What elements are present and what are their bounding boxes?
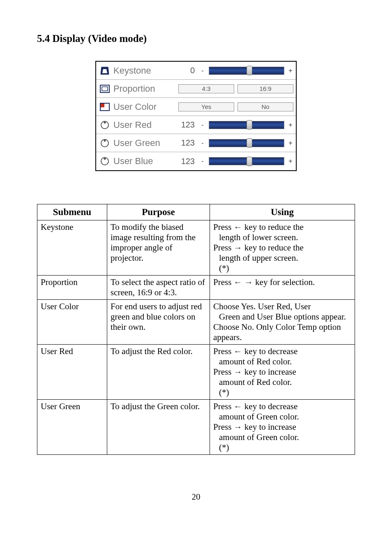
usergreen-icon — [99, 138, 110, 148]
userblue-value: 123 — [174, 157, 196, 166]
description-table: Submenu Purpose Using Keystone To modify… — [37, 204, 355, 455]
plus-icon: + — [288, 67, 293, 74]
osd-row-usercolor: User Color Yes No — [96, 98, 296, 116]
osd-row-keystone: Keystone 0 - + — [96, 62, 296, 80]
cell-submenu: User Red — [37, 345, 107, 400]
proportion-icon — [99, 83, 110, 94]
svg-marker-1 — [102, 69, 107, 73]
minus-icon: - — [200, 158, 205, 164]
cell-using: Press ← → key for selection. — [210, 276, 355, 300]
osd-row-usergreen: User Green 123 - + — [96, 134, 296, 152]
svg-point-9 — [104, 139, 106, 141]
cell-using: Press ← key to decrease amount of Green … — [210, 400, 355, 455]
userred-slider[interactable] — [209, 121, 284, 129]
table-row: User Color For end users to adjust red g… — [37, 300, 355, 345]
usergreen-slider[interactable] — [209, 139, 284, 147]
cell-purpose: To modify the biased image resulting fro… — [107, 220, 210, 276]
svg-point-7 — [104, 121, 106, 123]
plus-icon: + — [288, 158, 293, 164]
minus-icon: - — [200, 67, 205, 74]
cell-using: Press ← key to decrease amount of Red co… — [210, 345, 355, 400]
proportion-4-3-button[interactable]: 4:3 — [178, 84, 234, 93]
userblue-label: User Blue — [113, 156, 171, 167]
keystone-icon — [99, 65, 110, 76]
cell-submenu: User Color — [37, 300, 107, 345]
page-number: 20 — [37, 492, 355, 502]
svg-rect-3 — [102, 87, 108, 91]
cell-using: Choose Yes. User Red, User Green and Use… — [210, 300, 355, 345]
table-row: User Green To adjust the Green color. Pr… — [37, 400, 355, 455]
svg-point-11 — [104, 158, 106, 160]
cell-submenu: User Green — [37, 400, 107, 455]
usercolor-yes-button[interactable]: Yes — [178, 102, 234, 111]
usercolor-label: User Color — [113, 102, 171, 112]
minus-icon: - — [200, 140, 205, 146]
section-heading: 5.4 Display (Video mode) — [37, 33, 355, 44]
osd-panel: Keystone 0 - + Proportion 4:3 16:9 User … — [95, 61, 297, 171]
cell-purpose: To adjust the Red color. — [107, 345, 210, 400]
userred-value: 123 — [174, 120, 196, 130]
cell-submenu: Proportion — [37, 276, 107, 300]
cell-purpose: For end users to adjust red green and bl… — [107, 300, 210, 345]
osd-row-proportion: Proportion 4:3 16:9 — [96, 80, 296, 98]
usercolor-icon — [99, 102, 110, 112]
th-using: Using — [210, 204, 355, 220]
userblue-slider[interactable] — [209, 157, 284, 165]
proportion-16-9-button[interactable]: 16:9 — [238, 84, 293, 93]
userred-label: User Red — [113, 120, 171, 130]
usercolor-no-button[interactable]: No — [238, 102, 293, 111]
osd-row-userred: User Red 123 - + — [96, 116, 296, 134]
plus-icon: + — [288, 122, 293, 128]
plus-icon: + — [288, 140, 293, 146]
keystone-label: Keystone — [113, 65, 171, 76]
cell-purpose: To adjust the Green color. — [107, 400, 210, 455]
svg-rect-5 — [101, 104, 104, 107]
userred-icon — [99, 120, 110, 130]
table-row: Keystone To modify the biased image resu… — [37, 220, 355, 276]
usergreen-value: 123 — [174, 138, 196, 148]
minus-icon: - — [200, 122, 205, 128]
osd-row-userblue: User Blue 123 - + — [96, 152, 296, 170]
usergreen-label: User Green — [113, 138, 171, 148]
keystone-slider[interactable] — [209, 67, 284, 75]
userblue-icon — [99, 156, 110, 167]
keystone-value: 0 — [174, 66, 196, 75]
table-row: Proportion To select the aspect ratio of… — [37, 276, 355, 300]
th-purpose: Purpose — [107, 204, 210, 220]
th-submenu: Submenu — [37, 204, 107, 220]
table-row: User Red To adjust the Red color. Press … — [37, 345, 355, 400]
cell-purpose: To select the aspect ratio of screen, 16… — [107, 276, 210, 300]
cell-using: Press ← key to reduce the length of lowe… — [210, 220, 355, 276]
cell-submenu: Keystone — [37, 220, 107, 276]
proportion-label: Proportion — [113, 83, 171, 94]
